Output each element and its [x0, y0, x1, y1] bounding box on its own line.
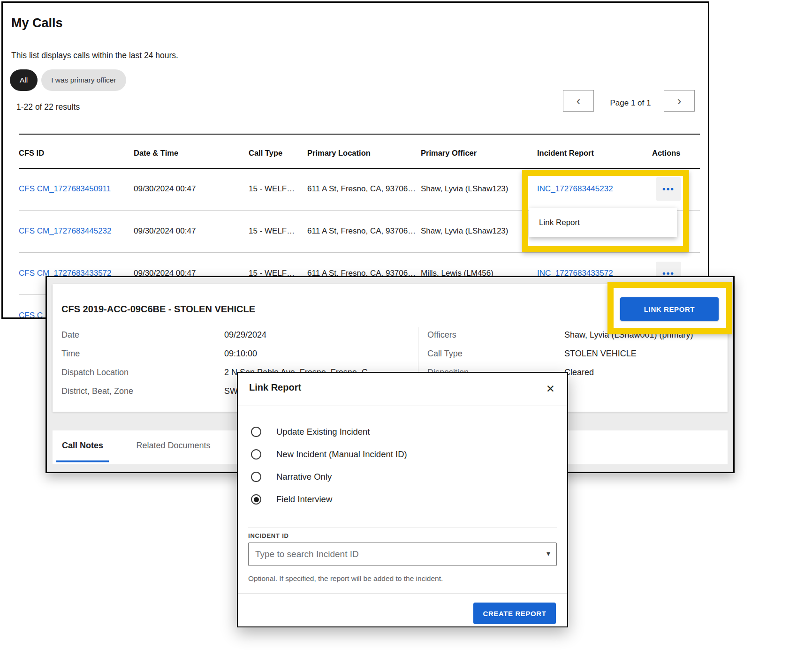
field-value-disposition: Cleared — [564, 368, 594, 377]
incident-id-field-wrap: ▾ — [248, 543, 557, 566]
col-header-call-type: Call Type — [249, 143, 305, 163]
table-header-row: CFS ID Date & Time Call Type Primary Loc… — [3, 143, 708, 163]
chevron-right-icon: › — [677, 94, 682, 108]
incident-id-input[interactable] — [248, 543, 557, 566]
row-separator — [19, 252, 700, 253]
filter-chip-primary-officer[interactable]: I was primary officer — [41, 69, 126, 91]
ellipsis-icon: ••• — [662, 184, 675, 194]
date-time-cell: 09/30/2024 00:47 — [134, 221, 246, 241]
pagination-label: Page 1 of 1 — [598, 98, 663, 108]
officer-cell: Shaw, Lyvia (LShaw123) — [421, 179, 535, 199]
col-header-primary-location: Primary Location — [307, 143, 419, 163]
incident-id-label: INCIDENT ID — [248, 532, 289, 539]
incident-report-link[interactable]: INC_1727683445232 — [537, 179, 650, 199]
date-time-cell: 09/30/2024 00:47 — [134, 179, 246, 199]
close-icon[interactable]: ✕ — [546, 382, 555, 395]
link-report-modal: Link Report ✕ Update Existing Incident N… — [237, 372, 568, 627]
table-top-border — [19, 134, 700, 135]
col-header-primary-officer: Primary Officer — [421, 143, 535, 163]
row-actions-menu: Link Report — [529, 208, 677, 237]
results-summary: 1-22 of 22 results — [16, 102, 80, 112]
modal-footer-divider — [238, 593, 567, 594]
row-actions-button[interactable]: ••• — [656, 177, 681, 201]
field-value-time: 09:10:00 — [224, 349, 257, 359]
cfs-id-link[interactable]: CFS CM_1727683450911 — [19, 179, 131, 199]
field-label-district-beat-zone: District, Beat, Zone — [61, 386, 133, 396]
radio-circle-icon — [251, 427, 261, 437]
radio-new-incident[interactable]: New Incident (Manual Incident ID) — [251, 443, 407, 466]
field-value-date: 09/29/2024 — [224, 330, 266, 340]
field-value-call-type: STOLEN VEHICLE — [564, 349, 637, 359]
radio-field-interview[interactable]: Field Interview — [251, 488, 332, 511]
radio-update-existing-incident[interactable]: Update Existing Incident — [251, 421, 370, 443]
radio-label: Update Existing Incident — [276, 427, 370, 437]
filter-chips: All I was primary officer — [10, 69, 126, 91]
radio-label: New Incident (Manual Incident ID) — [276, 449, 407, 460]
col-header-actions: Actions — [652, 143, 699, 163]
modal-section-divider — [248, 528, 557, 528]
field-label-dispatch-location: Dispatch Location — [61, 368, 129, 377]
menu-item-link-report[interactable]: Link Report — [529, 208, 677, 237]
chevron-left-icon: ‹ — [577, 94, 581, 108]
field-label-date: Date — [61, 330, 79, 340]
radio-narrative-only[interactable]: Narrative Only — [251, 466, 332, 488]
call-type-cell: 15 - WELF… — [249, 179, 305, 199]
cfs-detail-title: CFS 2019-ACC-09C6BE - STOLEN VEHICLE — [61, 304, 255, 315]
radio-circle-icon — [251, 472, 261, 482]
call-type-cell: 15 - WELF… — [249, 221, 305, 241]
col-header-cfs-id: CFS ID — [19, 143, 131, 163]
pagination-next-button[interactable]: › — [664, 90, 695, 112]
create-report-button[interactable]: CREATE REPORT — [473, 603, 556, 624]
radio-selected-icon — [251, 494, 261, 505]
col-header-incident-report: Incident Report — [537, 143, 650, 163]
filter-chip-all-label: All — [20, 76, 28, 84]
officer-cell: Shaw, Lyvia (LShaw123) — [421, 221, 535, 241]
link-report-button[interactable]: LINK REPORT — [620, 297, 719, 321]
field-value-officers: Shaw, Lyvia (LShaw001) (primary) — [564, 330, 693, 340]
radio-label: Field Interview — [276, 494, 332, 505]
radio-label: Narrative Only — [276, 472, 332, 482]
filter-chip-all[interactable]: All — [10, 69, 38, 91]
modal-title: Link Report — [249, 382, 301, 393]
pagination-prev-button[interactable]: ‹ — [563, 90, 594, 112]
col-header-date-time: Date & Time — [134, 143, 246, 163]
radio-circle-icon — [251, 449, 261, 460]
modal-header-divider — [238, 406, 567, 406]
field-label-officers: Officers — [427, 330, 456, 340]
my-calls-window: My Calls This list displays calls within… — [1, 1, 709, 319]
location-cell: 611 A St, Fresno, CA, 93706… — [307, 221, 419, 241]
tab-call-notes[interactable]: Call Notes — [56, 430, 109, 462]
page-title: My Calls — [11, 16, 63, 30]
incident-id-helper-text: Optional. If specified, the report will … — [248, 574, 443, 583]
table-row: CFS CM_1727683450911 09/30/2024 00:47 15… — [3, 179, 708, 199]
tab-related-documents[interactable]: Related Documents — [130, 430, 216, 460]
field-label-call-type: Call Type — [427, 349, 463, 359]
screenshot-stage: My Calls This list displays calls within… — [0, 0, 812, 656]
table-header-bottom-border — [19, 168, 700, 169]
page-subtitle: This list displays calls within the last… — [11, 51, 178, 60]
filter-chip-primary-officer-label: I was primary officer — [51, 76, 116, 84]
field-label-time: Time — [61, 349, 80, 359]
field-value-district-beat-zone: SW — [224, 386, 238, 396]
location-cell: 611 A St, Fresno, CA, 93706… — [307, 179, 419, 199]
cfs-id-link[interactable]: CFS CM_1727683445232 — [19, 221, 131, 241]
